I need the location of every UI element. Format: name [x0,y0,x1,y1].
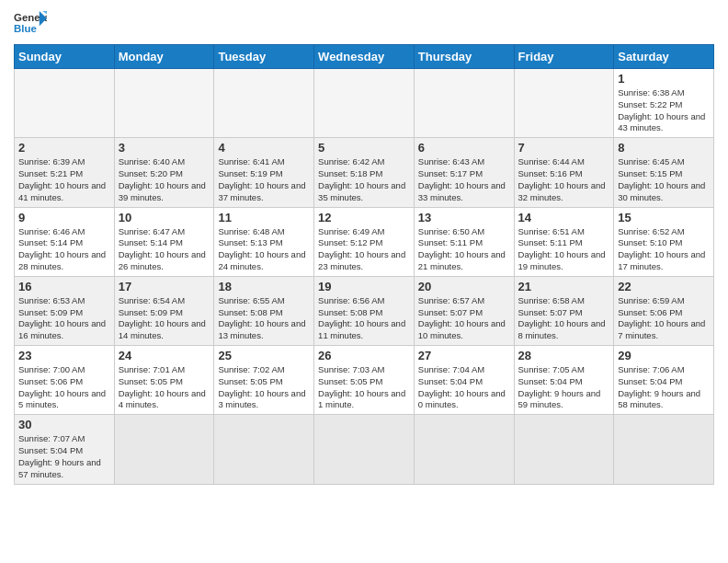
day-number: 14 [518,211,610,224]
calendar-week-row: 9Sunrise: 6:46 AMSunset: 5:14 PMDaylight… [15,207,714,276]
day-info: Sunrise: 6:38 AMSunset: 5:22 PMDaylight:… [618,87,710,134]
calendar-table: SundayMondayTuesdayWednesdayThursdayFrid… [14,44,714,485]
calendar-cell [514,69,614,138]
day-number: 4 [218,141,310,155]
day-number: 17 [119,280,210,293]
calendar-cell: 5Sunrise: 6:42 AMSunset: 5:18 PMDaylight… [314,138,415,207]
day-info: Sunrise: 6:47 AMSunset: 5:14 PMDaylight:… [119,226,210,273]
day-info: Sunrise: 6:53 AMSunset: 5:09 PMDaylight:… [18,295,110,342]
day-info: Sunrise: 6:49 AMSunset: 5:12 PMDaylight:… [318,226,410,273]
day-info: Sunrise: 7:00 AMSunset: 5:06 PMDaylight:… [18,364,110,411]
day-info: Sunrise: 6:51 AMSunset: 5:11 PMDaylight:… [518,226,610,273]
day-number: 25 [218,349,310,362]
day-number: 15 [618,211,710,224]
calendar-cell: 3Sunrise: 6:40 AMSunset: 5:20 PMDaylight… [114,138,214,207]
calendar-cell: 2Sunrise: 6:39 AMSunset: 5:21 PMDaylight… [15,138,115,207]
day-number: 24 [119,349,210,362]
general-blue-logo-icon: General Blue [14,9,47,37]
calendar-cell [15,69,115,138]
day-number: 23 [18,349,110,362]
calendar-cell: 14Sunrise: 6:51 AMSunset: 5:11 PMDayligh… [514,207,614,276]
day-info: Sunrise: 6:43 AMSunset: 5:17 PMDaylight:… [418,156,510,203]
day-number: 29 [618,349,710,362]
calendar-cell: 24Sunrise: 7:01 AMSunset: 5:05 PMDayligh… [114,346,214,415]
calendar-week-row: 16Sunrise: 6:53 AMSunset: 5:09 PMDayligh… [15,276,714,345]
day-info: Sunrise: 7:05 AMSunset: 5:04 PMDaylight:… [518,364,610,411]
calendar-cell [314,69,415,138]
day-info: Sunrise: 6:59 AMSunset: 5:06 PMDaylight:… [618,295,710,342]
calendar-cell: 29Sunrise: 7:06 AMSunset: 5:04 PMDayligh… [614,346,714,415]
day-info: Sunrise: 7:02 AMSunset: 5:05 PMDaylight:… [218,364,310,411]
day-number: 12 [318,211,410,224]
calendar-header: SundayMondayTuesdayWednesdayThursdayFrid… [15,45,714,69]
day-number: 18 [218,280,310,293]
day-info: Sunrise: 7:04 AMSunset: 5:04 PMDaylight:… [418,364,510,411]
calendar-cell: 9Sunrise: 6:46 AMSunset: 5:14 PMDaylight… [15,207,115,276]
day-number: 16 [18,280,110,293]
day-info: Sunrise: 6:41 AMSunset: 5:19 PMDaylight:… [218,156,310,203]
calendar-cell: 8Sunrise: 6:45 AMSunset: 5:15 PMDaylight… [614,138,714,207]
calendar-cell: 7Sunrise: 6:44 AMSunset: 5:16 PMDaylight… [514,138,614,207]
day-info: Sunrise: 6:56 AMSunset: 5:08 PMDaylight:… [318,295,410,342]
day-number: 8 [618,141,710,155]
day-info: Sunrise: 7:03 AMSunset: 5:05 PMDaylight:… [318,364,410,411]
weekday-header-wednesday: Wednesday [314,45,415,69]
day-number: 20 [418,280,510,293]
weekday-header-row: SundayMondayTuesdayWednesdayThursdayFrid… [15,45,714,69]
calendar-cell [414,69,514,138]
calendar-cell: 17Sunrise: 6:54 AMSunset: 5:09 PMDayligh… [114,276,214,345]
calendar-cell [614,415,714,484]
day-number: 28 [518,349,610,362]
calendar-cell [214,415,314,484]
calendar-cell: 16Sunrise: 6:53 AMSunset: 5:09 PMDayligh… [15,276,115,345]
calendar-cell: 12Sunrise: 6:49 AMSunset: 5:12 PMDayligh… [314,207,415,276]
day-number: 6 [418,141,510,155]
weekday-header-friday: Friday [514,45,614,69]
calendar-cell: 22Sunrise: 6:59 AMSunset: 5:06 PMDayligh… [614,276,714,345]
day-info: Sunrise: 6:57 AMSunset: 5:07 PMDaylight:… [418,295,510,342]
day-number: 11 [218,211,310,224]
day-number: 13 [418,211,510,224]
calendar-cell [114,69,214,138]
calendar-cell: 15Sunrise: 6:52 AMSunset: 5:10 PMDayligh… [614,207,714,276]
day-number: 22 [618,280,710,293]
day-number: 30 [18,418,110,431]
calendar-cell: 6Sunrise: 6:43 AMSunset: 5:17 PMDaylight… [414,138,514,207]
weekday-header-monday: Monday [114,45,214,69]
calendar-week-row: 1Sunrise: 6:38 AMSunset: 5:22 PMDaylight… [15,69,714,138]
day-info: Sunrise: 6:58 AMSunset: 5:07 PMDaylight:… [518,295,610,342]
calendar-cell [514,415,614,484]
day-info: Sunrise: 6:42 AMSunset: 5:18 PMDaylight:… [318,156,410,203]
calendar-cell: 26Sunrise: 7:03 AMSunset: 5:05 PMDayligh… [314,346,415,415]
day-info: Sunrise: 6:54 AMSunset: 5:09 PMDaylight:… [119,295,210,342]
calendar-cell: 28Sunrise: 7:05 AMSunset: 5:04 PMDayligh… [514,346,614,415]
day-info: Sunrise: 6:45 AMSunset: 5:15 PMDaylight:… [618,156,710,203]
day-number: 5 [318,141,410,155]
calendar-cell: 25Sunrise: 7:02 AMSunset: 5:05 PMDayligh… [214,346,314,415]
day-info: Sunrise: 6:50 AMSunset: 5:11 PMDaylight:… [418,226,510,273]
day-info: Sunrise: 7:07 AMSunset: 5:04 PMDaylight:… [18,433,110,480]
day-number: 1 [618,72,710,86]
svg-text:Blue: Blue [14,23,37,34]
calendar-cell: 10Sunrise: 6:47 AMSunset: 5:14 PMDayligh… [114,207,214,276]
day-number: 21 [518,280,610,293]
weekday-header-tuesday: Tuesday [214,45,314,69]
day-info: Sunrise: 7:06 AMSunset: 5:04 PMDaylight:… [618,364,710,411]
calendar-cell: 4Sunrise: 6:41 AMSunset: 5:19 PMDaylight… [214,138,314,207]
calendar-cell: 23Sunrise: 7:00 AMSunset: 5:06 PMDayligh… [15,346,115,415]
calendar-cell [414,415,514,484]
day-info: Sunrise: 6:44 AMSunset: 5:16 PMDaylight:… [518,156,610,203]
calendar-week-row: 2Sunrise: 6:39 AMSunset: 5:21 PMDaylight… [15,138,714,207]
day-info: Sunrise: 6:39 AMSunset: 5:21 PMDaylight:… [18,156,110,203]
page: General Blue SundayMondayTuesdayWednesda… [0,0,728,563]
calendar-cell [314,415,415,484]
day-info: Sunrise: 6:48 AMSunset: 5:13 PMDaylight:… [218,226,310,273]
logo: General Blue [14,9,47,37]
day-info: Sunrise: 7:01 AMSunset: 5:05 PMDaylight:… [119,364,210,411]
day-info: Sunrise: 6:46 AMSunset: 5:14 PMDaylight:… [18,226,110,273]
day-number: 9 [18,211,110,224]
day-number: 19 [318,280,410,293]
day-number: 10 [119,211,210,224]
day-number: 26 [318,349,410,362]
day-number: 3 [119,141,210,155]
